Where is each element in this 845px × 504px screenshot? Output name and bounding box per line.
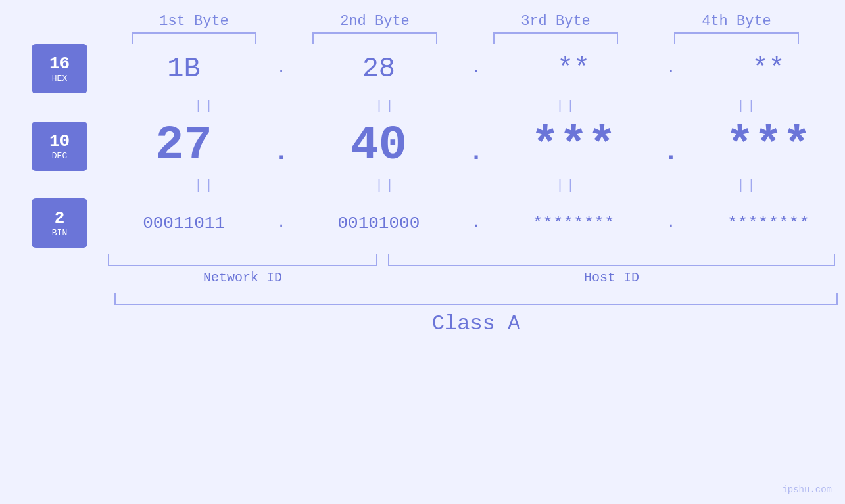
eq5: || bbox=[139, 178, 271, 193]
hex-badge-num: 16 bbox=[49, 54, 70, 74]
main-container: 1st Byte 2nd Byte 3rd Byte 4th Byte 16 H… bbox=[0, 0, 845, 504]
bracket-1 bbox=[132, 32, 256, 44]
eq2-sign: || bbox=[375, 99, 396, 114]
bin-b4: ******** bbox=[702, 214, 834, 233]
eq8: || bbox=[682, 178, 813, 193]
dec-b1: 27 bbox=[118, 119, 250, 173]
hex-row: 16 HEX 1B . 28 . ** . ** bbox=[0, 44, 845, 93]
eq3: || bbox=[501, 99, 633, 114]
equals-row-2: || || || || bbox=[114, 178, 838, 193]
hex-badge: 16 HEX bbox=[32, 44, 87, 93]
eq7: || bbox=[501, 178, 633, 193]
byte-header-3: 3rd Byte bbox=[483, 13, 628, 30]
id-labels-row: Network ID Host ID bbox=[114, 270, 838, 285]
dec-badge: 10 DEC bbox=[32, 122, 87, 171]
dec-badge-label: DEC bbox=[52, 151, 67, 161]
bin-bytes: 00011011 . 00101000 . ******** . *******… bbox=[107, 214, 845, 233]
eq2: || bbox=[320, 99, 452, 114]
eq1: || bbox=[139, 99, 271, 114]
dec-row: 10 DEC 27 . 40 . *** . *** bbox=[0, 119, 845, 173]
byte-headers-row: 1st Byte 2nd Byte 3rd Byte 4th Byte bbox=[104, 13, 827, 30]
bin-b3: ******** bbox=[508, 214, 639, 233]
eq1-sign: || bbox=[194, 99, 215, 114]
byte-header-1: 1st Byte bbox=[122, 13, 266, 30]
dec-badge-num: 10 bbox=[49, 131, 70, 151]
dec-b3: *** bbox=[508, 119, 639, 173]
dec-d2: . bbox=[466, 139, 486, 166]
bracket-2 bbox=[312, 32, 437, 44]
bracket-3 bbox=[493, 32, 618, 44]
hex-b1: 1B bbox=[118, 53, 250, 85]
network-bracket bbox=[108, 254, 377, 266]
network-id-label: Network ID bbox=[108, 270, 377, 285]
eq8-sign: || bbox=[736, 178, 758, 193]
byte-header-2: 2nd Byte bbox=[302, 13, 447, 30]
bracket-4 bbox=[674, 32, 799, 44]
dec-bytes: 27 . 40 . *** . *** bbox=[107, 119, 845, 173]
watermark: ipshu.com bbox=[782, 484, 832, 495]
bin-d3: . bbox=[661, 215, 681, 231]
byte-header-4: 4th Byte bbox=[664, 13, 809, 30]
hex-d2: . bbox=[466, 60, 486, 77]
eq5-sign: || bbox=[194, 178, 215, 193]
bin-d2: . bbox=[466, 215, 486, 231]
bottom-brackets-container bbox=[114, 254, 838, 266]
hex-d3: . bbox=[661, 60, 681, 77]
equals-row-1: || || || || bbox=[114, 99, 838, 114]
bin-badge-label: BIN bbox=[52, 228, 67, 238]
hex-badge-label: HEX bbox=[52, 74, 67, 83]
hex-d1: . bbox=[272, 60, 291, 77]
host-bracket bbox=[388, 254, 835, 266]
dec-d1: . bbox=[272, 139, 291, 166]
dec-b2: 40 bbox=[313, 119, 445, 173]
bin-b2: 00101000 bbox=[313, 214, 445, 233]
eq3-sign: || bbox=[556, 99, 577, 114]
hex-b3: ** bbox=[508, 53, 639, 85]
eq4: || bbox=[682, 99, 813, 114]
bin-row: 2 BIN 00011011 . 00101000 . ******** . *… bbox=[0, 198, 845, 248]
bin-d1: . bbox=[272, 215, 291, 231]
dec-b4: *** bbox=[702, 119, 834, 173]
bin-badge-num: 2 bbox=[55, 208, 65, 228]
eq7-sign: || bbox=[556, 178, 577, 193]
top-brackets bbox=[104, 32, 827, 44]
dec-d3: . bbox=[661, 139, 681, 166]
full-bracket bbox=[114, 293, 838, 305]
hex-b2: 28 bbox=[313, 53, 445, 85]
bin-b1: 00011011 bbox=[118, 214, 250, 233]
eq6: || bbox=[320, 178, 452, 193]
bin-badge: 2 BIN bbox=[32, 198, 87, 248]
hex-bytes: 1B . 28 . ** . ** bbox=[107, 53, 845, 85]
eq6-sign: || bbox=[375, 178, 396, 193]
hex-b4: ** bbox=[702, 53, 834, 85]
host-id-label: Host ID bbox=[388, 270, 835, 285]
eq4-sign: || bbox=[736, 99, 758, 114]
class-label: Class A bbox=[114, 311, 838, 336]
bottom-section: Class A bbox=[114, 293, 838, 336]
